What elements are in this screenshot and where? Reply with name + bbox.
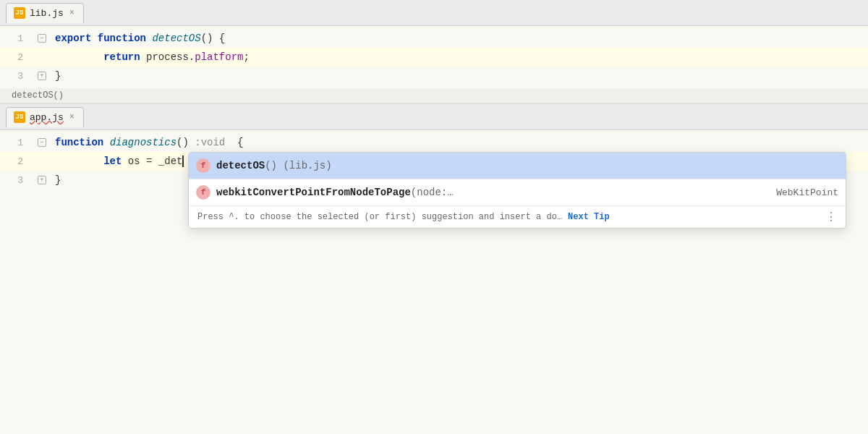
appjs-fold-icon-3[interactable]: + — [38, 176, 46, 184]
ac-bold-2: webkitConvertPointFromNodeToPage — [216, 187, 411, 198]
libjs-line-content-1: export function detectOS() { — [49, 29, 868, 48]
ac-icon-1: f — [196, 158, 210, 173]
appjs-brace-3: } — [55, 174, 61, 186]
autocomplete-popup: f detectOS() (lib.js) f webkitConvertPoi… — [188, 152, 846, 229]
libjs-process: process — [146, 51, 189, 63]
libjs-line-content-3: } — [49, 67, 868, 85]
ac-item-2[interactable]: f webkitConvertPointFromNodeToPage(node:… — [189, 179, 846, 205]
appjs-indent-2 — [55, 156, 103, 167]
libjs-line-2: 2 return process.platform; — [0, 48, 868, 67]
ac-dim-1: () (lib.js) — [265, 160, 331, 171]
libjs-line-number-3: 3 — [0, 71, 35, 82]
ac-bold-1: detectOS — [216, 160, 265, 171]
libjs-brace-3: } — [55, 70, 61, 82]
fn-diagnostics: diagnostics — [110, 137, 176, 148]
libjs-file-icon: JS — [14, 7, 25, 19]
libjs-property: platform — [195, 51, 243, 63]
appjs-tab-bar: JS app.js × — [0, 104, 868, 130]
libjs-code-lines: 1 − export function detectOS() { 2 retur… — [0, 26, 868, 88]
kw-export: export — [55, 33, 98, 44]
ac-text-2: webkitConvertPointFromNodeToPage(node:… — [216, 187, 759, 198]
libjs-line-3: 3 + } — [0, 67, 868, 85]
tab-appjs[interactable]: JS app.js × — [6, 107, 84, 127]
appjs-gutter-3: + — [35, 176, 49, 184]
appjs-line-1: 1 − function diagnostics() :void { — [0, 133, 868, 152]
ac-more-button[interactable]: ⋮ — [825, 210, 837, 224]
appjs-fold-icon-1[interactable]: − — [38, 138, 46, 147]
fold-icon-1[interactable]: − — [38, 34, 46, 43]
ac-dim-2: (node:… — [411, 187, 454, 198]
text-cursor — [182, 156, 184, 167]
kw-return: return — [103, 51, 146, 63]
libjs-code-section: 1 − export function detectOS() { 2 retur… — [0, 26, 868, 104]
ac-next-tip[interactable]: Next Tip — [568, 212, 610, 222]
appjs-file-icon: JS — [14, 111, 25, 123]
appjs-gutter-1: − — [35, 138, 49, 147]
kw-let: let — [103, 156, 128, 167]
libjs-tab-bar: JS lib.js × — [0, 0, 868, 26]
tab-appjs-label: app.js — [30, 112, 64, 123]
libjs-gutter-3: + — [35, 72, 49, 80]
libjs-line-content-2: return process.platform; — [49, 48, 868, 67]
tab-libjs-label: lib.js — [30, 8, 64, 19]
appjs-type-1: :void — [189, 137, 225, 148]
appjs-code-section: 1 − function diagnostics() :void { 2 let… — [0, 130, 868, 434]
appjs-line-2: 2 let os = _det f detectOS() (lib.js) f — [0, 152, 868, 171]
libjs-semi: ; — [243, 51, 249, 63]
ac-footer: Press ^. to choose the selected (or firs… — [189, 206, 846, 228]
libjs-dot: . — [189, 51, 195, 63]
appjs-parens-1: () — [176, 137, 189, 148]
fold-icon-3[interactable]: + — [38, 72, 46, 80]
libjs-line-number-1: 1 — [0, 33, 35, 44]
libjs-indent-2 — [55, 51, 103, 63]
kw-function-1: function — [98, 33, 153, 44]
fn-detectos: detectOS — [152, 33, 200, 44]
appjs-typed: _det — [158, 156, 183, 167]
tab-libjs[interactable]: JS lib.js × — [6, 3, 84, 23]
appjs-line-content-1: function diagnostics() :void { — [49, 133, 868, 152]
libjs-gutter-1: − — [35, 34, 49, 43]
libjs-line-1: 1 − export function detectOS() { — [0, 29, 868, 48]
libjs-paren-1: () { — [201, 33, 226, 44]
appjs-line-number-3: 3 — [0, 175, 35, 186]
ac-type-2: WebKitPoint — [765, 187, 838, 198]
appjs-line-number-1: 1 — [0, 137, 35, 148]
editor-container: JS lib.js × 1 − export function detectOS… — [0, 0, 868, 434]
ac-icon-2: f — [196, 185, 210, 200]
tab-appjs-close[interactable]: × — [68, 111, 76, 123]
ac-item-1[interactable]: f detectOS() (lib.js) — [189, 153, 846, 179]
tab-libjs-close[interactable]: × — [68, 7, 76, 19]
ac-text-1: detectOS() (lib.js) — [216, 160, 838, 171]
kw-function-appjs: function — [55, 137, 110, 148]
appjs-line-number-2: 2 — [0, 156, 35, 167]
appjs-code-lines: 1 − function diagnostics() :void { 2 let… — [0, 130, 868, 192]
libjs-line-number-2: 2 — [0, 52, 35, 63]
libjs-breadcrumb: detectOS() — [0, 88, 868, 103]
appjs-varname: os = — [128, 156, 158, 167]
ac-footer-text: Press ^. to choose the selected (or firs… — [197, 212, 562, 222]
appjs-brace-open: { — [225, 137, 243, 148]
